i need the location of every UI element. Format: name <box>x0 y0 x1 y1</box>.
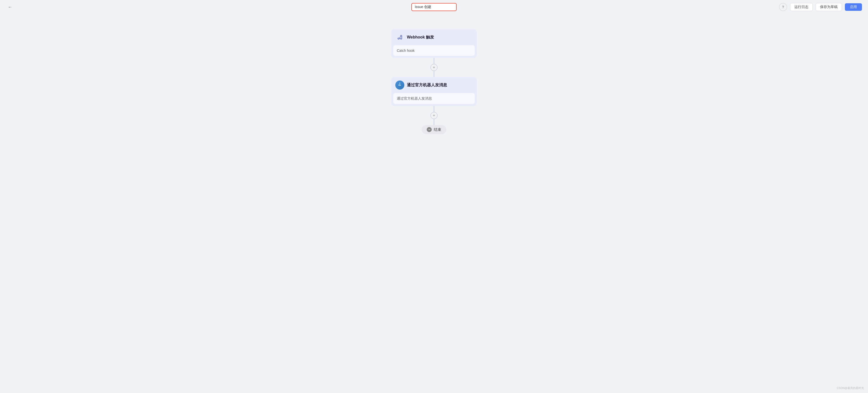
add-step-button-2[interactable]: + <box>431 112 437 119</box>
canvas: Webhook 触发 Catch hook + <box>0 14 868 393</box>
help-icon: ? <box>782 5 784 9</box>
save-draft-button[interactable]: 保存为草稿 <box>816 3 842 11</box>
svg-point-6 <box>399 85 400 86</box>
connector-line-1 <box>434 58 434 64</box>
connector-line-2 <box>434 106 434 112</box>
webhook-node[interactable]: Webhook 触发 Catch hook <box>391 29 477 58</box>
svg-point-7 <box>400 85 401 86</box>
header: ← ? 运行日志 保存为草稿 启用 <box>0 0 868 14</box>
bot-message-node-title: 通过官方机器人发消息 <box>407 83 447 88</box>
connector-line-1b <box>434 71 434 77</box>
webhook-node-body: Catch hook <box>393 45 475 56</box>
svg-point-5 <box>398 84 402 87</box>
end-icon: − <box>427 127 432 132</box>
svg-point-9 <box>400 83 400 83</box>
back-button[interactable]: ← <box>6 3 14 11</box>
end-label: 结束 <box>434 127 441 132</box>
webhook-icon <box>395 33 404 42</box>
webhook-node-label: Catch hook <box>397 49 415 53</box>
watermark: CSDN@最亮的星时光 <box>837 386 864 390</box>
connector-1: + <box>431 58 437 77</box>
connector-2: + <box>431 106 437 125</box>
activate-button[interactable]: 启用 <box>845 3 862 11</box>
header-left: ← <box>6 3 14 11</box>
bot-message-node[interactable]: 通过官方机器人发消息 通过官方机器人发消息 <box>391 77 477 106</box>
end-node[interactable]: − 结束 <box>422 125 446 134</box>
bot-icon <box>395 81 404 90</box>
bot-message-node-body: 通过官方机器人发消息 <box>393 93 475 104</box>
header-right: ? 运行日志 保存为草稿 启用 <box>779 3 862 11</box>
title-input[interactable] <box>411 3 457 11</box>
connector-line-2b <box>434 119 434 125</box>
header-center <box>411 3 457 11</box>
bot-message-node-label: 通过官方机器人发消息 <box>397 96 432 101</box>
flow-container: Webhook 触发 Catch hook + <box>391 29 477 134</box>
webhook-node-header: Webhook 触发 <box>391 29 477 45</box>
add-step-button-1[interactable]: + <box>431 64 437 71</box>
run-log-button[interactable]: 运行日志 <box>790 3 813 11</box>
bot-message-node-header: 通过官方机器人发消息 <box>391 77 477 93</box>
webhook-node-title: Webhook 触发 <box>407 35 434 40</box>
help-button[interactable]: ? <box>779 3 787 11</box>
